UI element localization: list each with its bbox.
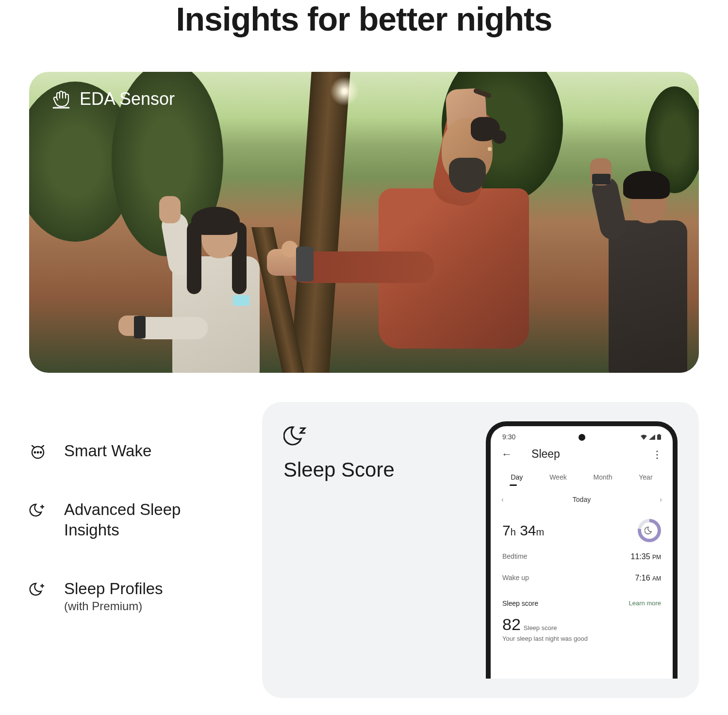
svg-point-3 [40,452,41,453]
moon-icon [638,519,661,542]
tab-year[interactable]: Year [637,470,654,484]
moon-plus-icon [29,501,47,519]
date-nav: ‹ Today › [491,484,673,510]
feature-sleep-profiles: Sleep Profiles (with Premium) [29,579,233,613]
back-button[interactable]: ← [501,448,512,461]
hero-label-text: EDA Sensor [80,89,175,109]
hero-image: EDA Sensor [29,72,699,373]
page-title: Insights for better nights [0,0,728,38]
alarm-icon [29,443,47,460]
app-title: Sleep [531,448,560,461]
svg-rect-4 [657,435,661,440]
phone-mockup: 9:30 ← Sleep ⋮ Day Week Month Year ‹ [486,421,678,679]
svg-point-2 [37,452,38,453]
status-time: 9:30 [502,433,515,441]
more-button[interactable]: ⋮ [652,449,662,460]
hand-sensor-icon [50,88,72,110]
tab-day[interactable]: Day [509,470,525,484]
sleep-score-panel: Sleep Score 9:30 ← Sleep ⋮ Day Week Mont [262,402,699,698]
sleep-ring [638,519,661,542]
features-list: Smart Wake Advanced Sleep Insights Sleep… [29,402,233,698]
hero-label: EDA Sensor [50,88,175,110]
moon-sleep-icon [283,423,309,449]
tab-month[interactable]: Month [592,470,614,484]
moon-plus-icon [29,581,47,598]
stat-bedtime: Bedtime 11:35 PM [491,546,673,567]
tab-week[interactable]: Week [547,470,569,484]
next-day-button[interactable]: › [660,496,662,503]
signal-icon [649,434,655,440]
feature-smart-wake: Smart Wake [29,441,233,461]
score-title: Sleep Score [283,458,395,482]
phone-camera [579,434,585,441]
feature-title: Sleep Profiles [64,579,163,599]
learn-more-link[interactable]: Learn more [629,599,661,607]
status-icons [641,434,661,440]
svg-point-1 [34,452,35,453]
hero-illustration [29,72,699,373]
app-header: ← Sleep ⋮ [491,444,673,467]
sleep-score-section: Sleep score Learn more [491,589,673,611]
feature-advanced-insights: Advanced Sleep Insights [29,499,233,540]
date-label: Today [573,496,591,503]
sleep-duration: 7h 34m [502,522,544,539]
prev-day-button[interactable]: ‹ [501,496,504,503]
svg-rect-5 [659,434,660,435]
battery-icon [657,434,661,440]
feature-title: Advanced Sleep Insights [64,499,233,540]
stat-wakeup: Wake up 7:16 AM [491,567,673,589]
time-tabs: Day Week Month Year [491,467,673,484]
feature-subtitle: (with Premium) [64,599,163,613]
feature-title: Smart Wake [64,441,151,461]
sleep-score-value: 82Sleep score Your sleep last night was … [491,611,673,642]
wifi-icon [641,434,647,440]
